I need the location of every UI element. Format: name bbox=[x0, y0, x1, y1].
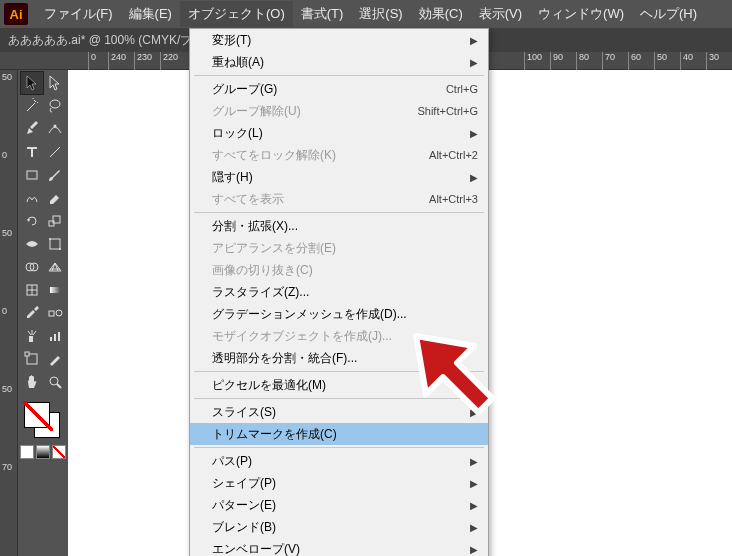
svg-rect-20 bbox=[25, 352, 29, 356]
menu-item[interactable]: ウィンドウ(W) bbox=[530, 1, 632, 27]
rotate-tool[interactable] bbox=[21, 210, 43, 232]
menu-item-label: ピクセルを最適化(M) bbox=[212, 377, 326, 394]
menu-item[interactable]: 変形(T)▶ bbox=[190, 29, 488, 51]
menu-item: グループ解除(U)Shift+Ctrl+G bbox=[190, 100, 488, 122]
menu-item[interactable]: ロック(L)▶ bbox=[190, 122, 488, 144]
menu-item-label: スライス(S) bbox=[212, 404, 276, 421]
eraser-tool[interactable] bbox=[44, 187, 66, 209]
menu-item-label: 隠す(H) bbox=[212, 169, 253, 186]
object-menu-dropdown: 変形(T)▶重ね順(A)▶グループ(G)Ctrl+Gグループ解除(U)Shift… bbox=[189, 28, 489, 556]
color-mode-fill[interactable] bbox=[20, 445, 34, 459]
hand-tool[interactable] bbox=[21, 371, 43, 393]
width-tool[interactable] bbox=[21, 233, 43, 255]
ruler-tick: 70 bbox=[0, 460, 17, 538]
perspective-grid-tool[interactable] bbox=[44, 256, 66, 278]
menu-item[interactable]: 表示(V) bbox=[471, 1, 530, 27]
color-mode-none[interactable] bbox=[52, 445, 66, 459]
ruler-tick: 100 bbox=[524, 52, 542, 70]
menu-item[interactable]: ファイル(F) bbox=[36, 1, 121, 27]
menu-item[interactable]: ピクセルを最適化(M) bbox=[190, 374, 488, 396]
svg-point-14 bbox=[56, 310, 62, 316]
menu-item[interactable]: 重ね順(A)▶ bbox=[190, 51, 488, 73]
fill-swatch[interactable] bbox=[24, 402, 50, 428]
menu-item-label: 分割・拡張(X)... bbox=[212, 218, 298, 235]
svg-rect-15 bbox=[29, 336, 33, 342]
ruler-tick: 90 bbox=[550, 52, 563, 70]
ruler-tick: 220 bbox=[160, 52, 178, 70]
menu-item-label: 重ね順(A) bbox=[212, 54, 264, 71]
menu-item-label: エンベロープ(V) bbox=[212, 541, 300, 557]
menu-item[interactable]: シェイプ(P)▶ bbox=[190, 472, 488, 494]
document-title[interactable]: あああああ.ai* @ 100% (CMYK/プレビ bbox=[8, 32, 216, 49]
artboard-tool[interactable] bbox=[21, 348, 43, 370]
line-tool[interactable] bbox=[44, 141, 66, 163]
menu-item[interactable]: 編集(E) bbox=[121, 1, 180, 27]
free-transform-tool[interactable] bbox=[44, 233, 66, 255]
menu-item: 画像の切り抜き(C) bbox=[190, 259, 488, 281]
scale-tool[interactable] bbox=[44, 210, 66, 232]
menu-item[interactable]: 分割・拡張(X)... bbox=[190, 215, 488, 237]
menu-item[interactable]: ヘルプ(H) bbox=[632, 1, 705, 27]
menu-separator bbox=[194, 447, 484, 448]
direct-selection-tool[interactable] bbox=[44, 72, 66, 94]
menu-item-label: パス(P) bbox=[212, 453, 252, 470]
chevron-right-icon: ▶ bbox=[470, 57, 478, 68]
menu-item-label: トリムマークを作成(C) bbox=[212, 426, 337, 443]
menu-item-label: グループ(G) bbox=[212, 81, 277, 98]
graph-tool[interactable] bbox=[44, 325, 66, 347]
menu-item[interactable]: パターン(E)▶ bbox=[190, 494, 488, 516]
svg-point-1 bbox=[53, 125, 56, 128]
svg-point-21 bbox=[50, 377, 58, 385]
curvature-tool[interactable] bbox=[44, 118, 66, 140]
menu-item[interactable]: ブレンド(B)▶ bbox=[190, 516, 488, 538]
svg-rect-3 bbox=[27, 171, 37, 179]
menu-item[interactable]: 書式(T) bbox=[293, 1, 352, 27]
menu-item[interactable]: スライス(S)▶ bbox=[190, 401, 488, 423]
menu-item[interactable]: 隠す(H)▶ bbox=[190, 166, 488, 188]
menu-item-label: ブレンド(B) bbox=[212, 519, 276, 536]
slice-tool[interactable] bbox=[44, 348, 66, 370]
menu-item[interactable]: 透明部分を分割・統合(F)... bbox=[190, 347, 488, 369]
pen-tool[interactable] bbox=[21, 118, 43, 140]
menu-item[interactable]: グラデーションメッシュを作成(D)... bbox=[190, 303, 488, 325]
menu-item[interactable]: グループ(G)Ctrl+G bbox=[190, 78, 488, 100]
chevron-right-icon: ▶ bbox=[470, 478, 478, 489]
blend-tool[interactable] bbox=[44, 302, 66, 324]
menu-item[interactable]: 効果(C) bbox=[411, 1, 471, 27]
chevron-right-icon: ▶ bbox=[470, 522, 478, 533]
symbol-sprayer-tool[interactable] bbox=[21, 325, 43, 347]
menu-item-label: 変形(T) bbox=[212, 32, 251, 49]
menu-separator bbox=[194, 371, 484, 372]
menu-item[interactable]: エンベロープ(V)▶ bbox=[190, 538, 488, 556]
type-tool[interactable] bbox=[21, 141, 43, 163]
mesh-tool[interactable] bbox=[21, 279, 43, 301]
lasso-tool[interactable] bbox=[44, 95, 66, 117]
color-mode-grad[interactable] bbox=[36, 445, 50, 459]
menu-item-label: 画像の切り抜き(C) bbox=[212, 262, 313, 279]
paintbrush-tool[interactable] bbox=[44, 164, 66, 186]
menu-item[interactable]: パス(P)▶ bbox=[190, 450, 488, 472]
fill-stroke-swatch[interactable] bbox=[20, 398, 66, 442]
rectangle-tool[interactable] bbox=[21, 164, 43, 186]
shaper-tool[interactable] bbox=[21, 187, 43, 209]
toolbox bbox=[18, 70, 68, 556]
selection-tool[interactable] bbox=[21, 72, 43, 94]
menu-item[interactable]: ラスタライズ(Z)... bbox=[190, 281, 488, 303]
svg-rect-16 bbox=[50, 337, 52, 341]
magic-wand-tool[interactable] bbox=[21, 95, 43, 117]
menu-item[interactable]: オブジェクト(O) bbox=[180, 1, 293, 27]
gradient-tool[interactable] bbox=[44, 279, 66, 301]
menu-item-label: すべてをロック解除(K) bbox=[212, 147, 336, 164]
menu-shortcut: Alt+Ctrl+3 bbox=[429, 193, 478, 205]
menu-item[interactable]: 選択(S) bbox=[351, 1, 410, 27]
menu-item[interactable]: トリムマークを作成(C) bbox=[190, 423, 488, 445]
menu-item: すべてを表示Alt+Ctrl+3 bbox=[190, 188, 488, 210]
ruler-tick: 60 bbox=[628, 52, 641, 70]
shape-builder-tool[interactable] bbox=[21, 256, 43, 278]
menu-item: モザイクオブジェクトを作成(J)... bbox=[190, 325, 488, 347]
ruler-tick: 70 bbox=[602, 52, 615, 70]
menu-separator bbox=[194, 75, 484, 76]
zoom-tool[interactable] bbox=[44, 371, 66, 393]
chevron-right-icon: ▶ bbox=[470, 407, 478, 418]
eyedropper-tool[interactable] bbox=[21, 302, 43, 324]
